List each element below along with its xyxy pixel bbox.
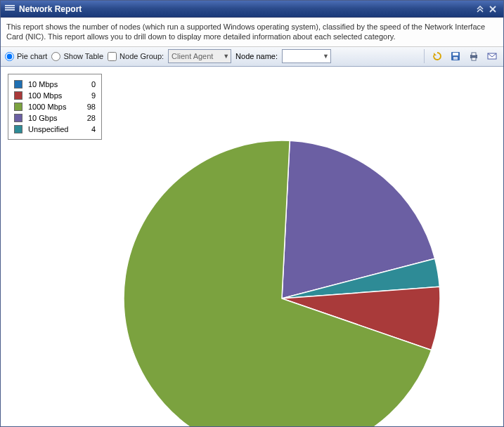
legend-swatch	[14, 114, 22, 122]
report-description: This report shows the number of nodes (w…	[1, 18, 503, 47]
node-name-select[interactable]: ▼	[282, 49, 331, 63]
legend-value: 0	[83, 80, 96, 88]
show-table-radio-input[interactable]	[51, 52, 60, 61]
legend-label: Unspecified	[28, 125, 77, 133]
chevron-down-icon: ▼	[223, 53, 229, 60]
refresh-icon	[432, 51, 443, 62]
chart-legend: 10 Mbps0100 Mbps91000 Mbps9810 Gbps28Uns…	[8, 74, 102, 140]
legend-label: 10 Gbps	[28, 114, 77, 122]
legend-swatch	[14, 103, 22, 111]
legend-value: 28	[83, 114, 96, 122]
node-group-select[interactable]: Client Agent ▼	[168, 49, 231, 63]
show-table-radio[interactable]: Show Table	[51, 52, 103, 61]
close-button[interactable]	[486, 4, 499, 15]
legend-label: 1000 Mbps	[28, 103, 77, 111]
pie-chart-radio[interactable]: Pie chart	[5, 52, 47, 61]
svg-rect-5	[472, 58, 476, 60]
legend-swatch	[14, 80, 22, 88]
node-group-checkbox-input[interactable]	[108, 52, 117, 61]
svg-rect-2	[453, 57, 458, 60]
close-icon	[489, 6, 496, 13]
legend-swatch	[14, 91, 22, 100]
chart-area: 10 Mbps0100 Mbps91000 Mbps9810 Gbps28Uns…	[1, 67, 503, 426]
chevrons-up-icon	[476, 6, 484, 13]
svg-rect-1	[453, 53, 458, 55]
legend-label: 100 Mbps	[28, 91, 77, 100]
email-icon	[486, 51, 498, 62]
legend-item[interactable]: 10 Gbps28	[14, 112, 96, 124]
pie-chart	[120, 137, 444, 426]
node-group-label: Node Group:	[119, 52, 164, 60]
toolbar: Pie chart Show Table Node Group: Client …	[1, 47, 503, 67]
legend-value: 9	[83, 91, 96, 100]
show-table-radio-label: Show Table	[63, 52, 103, 60]
legend-label: 10 Mbps	[28, 80, 77, 88]
window-title: Network Report	[19, 4, 82, 14]
legend-item[interactable]: 10 Mbps0	[14, 79, 96, 90]
legend-value: 4	[83, 125, 96, 133]
toolbar-separator	[424, 49, 425, 63]
pie-chart-radio-input[interactable]	[5, 52, 14, 61]
legend-item[interactable]: Unspecified4	[14, 124, 96, 135]
node-group-checkbox[interactable]: Node Group:	[108, 52, 164, 61]
legend-value: 98	[83, 103, 96, 111]
refresh-button[interactable]	[430, 49, 444, 63]
svg-rect-4	[472, 53, 476, 55]
legend-swatch	[14, 125, 22, 133]
collapse-button[interactable]	[474, 4, 486, 15]
report-window: Network Report This report shows the num…	[0, 0, 504, 427]
print-icon	[468, 51, 479, 62]
legend-item[interactable]: 100 Mbps9	[14, 90, 96, 101]
report-icon	[5, 5, 15, 13]
save-icon	[450, 51, 461, 62]
chevron-down-icon: ▼	[323, 53, 329, 60]
legend-item[interactable]: 1000 Mbps98	[14, 101, 96, 112]
print-button[interactable]	[467, 49, 481, 63]
node-name-label: Node name:	[235, 52, 278, 60]
node-group-value: Client Agent	[172, 52, 213, 60]
titlebar: Network Report	[1, 1, 503, 18]
save-button[interactable]	[448, 49, 463, 63]
email-button[interactable]	[485, 49, 499, 63]
pie-chart-radio-label: Pie chart	[17, 52, 47, 60]
